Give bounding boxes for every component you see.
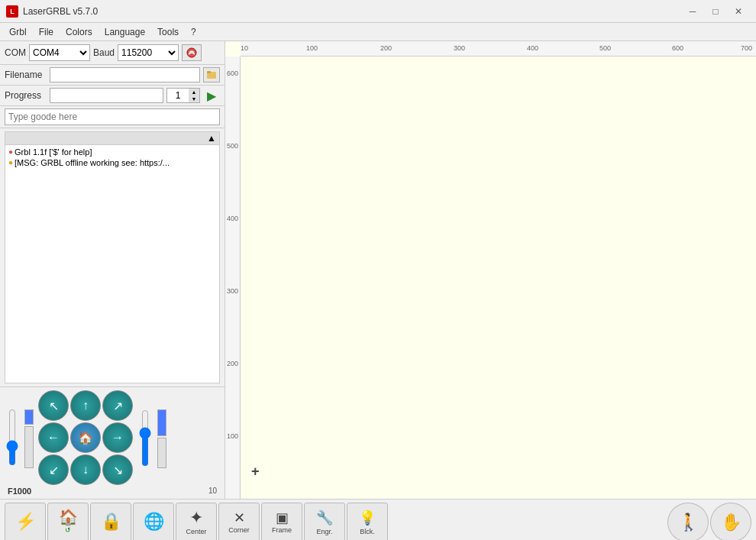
menu-language[interactable]: Language xyxy=(99,25,151,39)
toolbar-btn-globe[interactable]: 🌐 xyxy=(133,503,174,541)
console-header: ▲ xyxy=(5,131,220,144)
toolbar-btn-frame[interactable]: ▣ Frame xyxy=(261,503,302,541)
console-area[interactable]: ● Grbl 1.1f ['$' for help] ● [MSG: GRBL … xyxy=(5,144,220,383)
frame-label: Frame xyxy=(272,526,292,534)
canvas-area: X: 30.713 Y: 69.137 Z: 32.040 10 100 200… xyxy=(225,41,756,499)
right-sliders xyxy=(137,409,153,467)
menu-tools[interactable]: Tools xyxy=(151,25,185,39)
jog-home[interactable]: 🏠 xyxy=(70,422,101,453)
app-icon: L xyxy=(6,5,18,18)
spinner-down[interactable]: ▼ xyxy=(189,95,199,102)
home-icon: 🏠 xyxy=(59,509,78,525)
progress-label: Progress xyxy=(5,90,47,101)
walk-icon: 🚶 xyxy=(678,513,699,532)
ruler-v-4: 400 xyxy=(227,215,238,222)
right-slider-1[interactable] xyxy=(137,409,153,467)
speed-value: 10 xyxy=(208,487,217,496)
black-icon: 💡 xyxy=(359,509,376,526)
fire-icon: ⚡ xyxy=(15,513,36,530)
center-icon: ✦ xyxy=(189,509,203,526)
com-label: COM xyxy=(5,47,26,58)
crosshair: + xyxy=(251,464,260,478)
com-select[interactable]: COM4 xyxy=(29,44,90,61)
ruler-v-3: 300 xyxy=(227,287,238,295)
title-bar: L LaserGRBL v5.7.0 ─ □ ✕ xyxy=(0,0,756,23)
left-panel: COM COM4 Baud 115200 Filename xyxy=(0,41,225,499)
ruler-v-2: 200 xyxy=(227,360,238,367)
ruler-h-1: 100 xyxy=(306,44,318,52)
maximize-button[interactable]: □ xyxy=(704,4,727,19)
menu-bar: Grbl File Colors Language Tools ? xyxy=(0,23,756,41)
progress-spinner-container: ▲ ▼ xyxy=(166,88,200,103)
ruler-v-6: 600 xyxy=(227,70,238,77)
right-slider-1-container xyxy=(137,409,153,467)
ruler-h-5: 500 xyxy=(599,44,611,52)
right-indicator-fill xyxy=(157,409,166,436)
indicator-empty xyxy=(24,426,34,468)
toolbar-btn-stop[interactable]: ✋ xyxy=(710,503,751,541)
com-row: COM COM4 Baud 115200 xyxy=(0,41,225,65)
connect-icon xyxy=(186,47,198,59)
ruler-h-4: 400 xyxy=(527,44,538,52)
ruler-h-7: 700 xyxy=(741,44,752,52)
jog-up-left[interactable]: ↖ xyxy=(38,390,69,421)
jog-up[interactable]: ↑ xyxy=(70,390,101,421)
bottom-toolbar: ⚡ 🏠 ↺ 🔒 🌐 ✦ Center ✕ Corner ▣ Frame 🔧 En… xyxy=(0,499,756,540)
engrave-label: Engr. xyxy=(316,528,332,535)
globe-icon: 🌐 xyxy=(144,513,164,530)
ruler-h-6: 600 xyxy=(672,44,683,52)
toolbar-btn-walk[interactable]: 🚶 xyxy=(667,503,709,541)
gcode-input[interactable] xyxy=(5,108,220,125)
indicator-fill xyxy=(24,409,34,425)
jog-left[interactable]: ← xyxy=(38,422,69,453)
ruler-h-3: 300 xyxy=(454,44,465,52)
close-button[interactable]: ✕ xyxy=(727,4,750,19)
spinner-up[interactable]: ▲ xyxy=(189,89,199,95)
run-button[interactable]: ▶ xyxy=(203,88,220,103)
center-label: Center xyxy=(186,528,206,535)
file-open-button[interactable] xyxy=(203,67,220,82)
baud-label: Baud xyxy=(93,47,115,58)
f-label: F1000 xyxy=(8,487,31,496)
right-indicator xyxy=(157,407,166,468)
jog-down[interactable]: ↓ xyxy=(70,454,101,485)
canvas-work-area: + xyxy=(241,57,756,499)
progress-spinner-input[interactable] xyxy=(167,89,189,102)
baud-select[interactable]: 115200 xyxy=(118,44,179,61)
console-scroll-toggle[interactable]: ▲ xyxy=(207,133,216,144)
left-slider-container xyxy=(5,409,20,467)
jog-section: ↖ ↑ ↗ ← 🏠 → ↙ ↓ ↘ xyxy=(5,390,220,485)
main-layout: COM COM4 Baud 115200 Filename xyxy=(0,41,756,499)
connect-button[interactable] xyxy=(182,44,202,61)
minimize-button[interactable]: ─ xyxy=(681,4,704,19)
jog-down-left[interactable]: ↙ xyxy=(38,454,69,485)
ruler-v-5: 500 xyxy=(227,142,238,150)
toolbar-btn-home[interactable]: 🏠 ↺ xyxy=(47,503,89,541)
progress-spinner[interactable]: ▲ ▼ xyxy=(166,88,200,103)
toolbar-btn-lock[interactable]: 🔒 xyxy=(90,503,131,541)
left-speed-slider[interactable] xyxy=(5,409,20,466)
filename-input[interactable] xyxy=(50,67,200,82)
ruler-v-1: 100 xyxy=(227,432,238,440)
engrave-icon: 🔧 xyxy=(316,509,333,526)
menu-colors[interactable]: Colors xyxy=(60,25,99,39)
toolbar-btn-corner[interactable]: ✕ Corner xyxy=(218,503,260,541)
progress-row: Progress ▲ ▼ ▶ xyxy=(0,86,225,106)
folder-icon xyxy=(206,70,217,80)
console-line-1: ● Grbl 1.1f ['$' for help] xyxy=(7,147,218,157)
jog-up-right[interactable]: ↗ xyxy=(102,390,133,421)
jog-right[interactable]: → xyxy=(102,422,133,453)
menu-grbl[interactable]: Grbl xyxy=(3,25,33,39)
frame-icon: ▣ xyxy=(276,511,289,525)
toolbar-btn-engrave[interactable]: 🔧 Engr. xyxy=(304,503,345,541)
toolbar-btn-center[interactable]: ✦ Center xyxy=(176,503,217,541)
ruler-horizontal: 10 100 200 300 400 500 600 700 xyxy=(241,41,756,57)
menu-help[interactable]: ? xyxy=(185,25,202,39)
corner-icon: ✕ xyxy=(234,511,245,525)
console-line-2: ● [MSG: GRBL offline working see: https:… xyxy=(7,157,218,168)
toolbar-btn-fire[interactable]: ⚡ xyxy=(5,503,46,541)
jog-down-right[interactable]: ↘ xyxy=(102,454,133,485)
toolbar-btn-black[interactable]: 💡 Blck. xyxy=(347,503,388,541)
menu-file[interactable]: File xyxy=(33,25,60,39)
stop-icon: ✋ xyxy=(721,513,741,532)
